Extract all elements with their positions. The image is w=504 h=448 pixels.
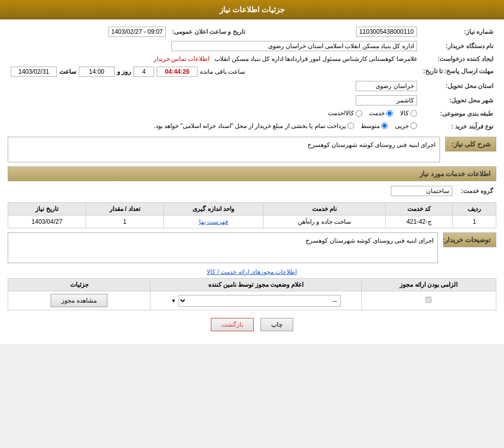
table-row: 1 ج-42-421 ساخت جاده و راه‌آهن فهرست بها… xyxy=(8,216,496,228)
rooz-value: 4 xyxy=(134,67,154,77)
sharh-section: شرح کلی نیاز: اجرای ابنیه فنی روستای کوش… xyxy=(8,137,496,162)
tozihat-value: اجرای ابنیه فنی روستای کوشه شهرستان کوهس… xyxy=(8,232,438,263)
ijadKonande-value: غلامرضا کوهستانی کارشناس مسئول امور قرار… xyxy=(8,53,420,65)
shahrTahvil-label: شهر محل تحویل: xyxy=(420,93,496,108)
shahrTahvil-value: کاشمر xyxy=(8,93,420,108)
khadamat-header: اطلاعات خدمات مورد نیاز xyxy=(8,166,496,181)
tozihat-label: توضیحات خریدار: xyxy=(443,232,496,247)
chevron-down-icon: ▼ xyxy=(171,298,176,304)
shahrTahvil-box: کاشمر xyxy=(356,95,417,105)
noe-esnad-radio[interactable] xyxy=(347,122,354,129)
namDastgah-box: اداره کل بنیاد مسکن انقلاب اسلامی استان … xyxy=(171,41,417,51)
page-header: جزئیات اطلاعات نیاز xyxy=(0,0,504,19)
services-table: ردیف کد خدمت نام خدمت واحد اندازه گیری ت… xyxy=(8,202,496,228)
ijadKonande-link[interactable]: اطلاعات تماس خریدار xyxy=(154,55,210,62)
button-row: چاپ بازگشت xyxy=(8,318,496,331)
row-nam: ساخت جاده و راه‌آهن xyxy=(264,216,386,228)
mohlatErsal-label: مهلت ارسال پاسخ: تا تاریخ: xyxy=(420,65,496,79)
noeFarayand-value: جزیی متوسط پرداخت تمام یا بخشی از مبلغ خ… xyxy=(8,120,420,133)
tarikh-date: 1403/02/31 xyxy=(11,67,57,77)
tarikh-public-box: 1403/02/27 - 09:07 xyxy=(108,27,166,37)
tabaqebandi-khedmat[interactable]: خدمت xyxy=(369,110,393,117)
ostanTahvil-value: خراسان رضوی xyxy=(8,79,420,93)
grohe-value: ساختمان xyxy=(8,184,455,198)
noeFarayand-label: نوع فرآیند خرید : xyxy=(420,120,496,133)
shomareNiaz-value: 1103005438000110 xyxy=(251,25,420,39)
noe-esnad[interactable]: پرداخت تمام یا بخشی از مبلغ خریدار از مح… xyxy=(154,122,354,130)
permits-elzami-checkbox xyxy=(425,296,432,303)
tabaqebandi-kalakhedmat-radio[interactable] xyxy=(356,110,362,117)
row-tedad: 1 xyxy=(86,216,164,228)
permits-status: -- ▼ xyxy=(150,291,362,310)
back-button[interactable]: بازگشت xyxy=(211,318,254,331)
shomareNiaz-label: شماره نیاز: xyxy=(420,25,496,39)
tabaqebandi-value: کالا خدمت کالا/خدمت xyxy=(8,108,420,120)
noe-motavasset[interactable]: متوسط xyxy=(361,122,388,130)
permits-detail: مشاهده مجوز xyxy=(8,291,150,310)
countdown-value: 04:44:26 xyxy=(157,67,198,77)
permits-table: الزامی بودن ارائه مجوز اعلام وضعیت مجوز … xyxy=(8,278,496,310)
tabaqebandi-khedmat-radio[interactable] xyxy=(386,110,393,117)
permits-elzami xyxy=(361,291,496,310)
print-button[interactable]: چاپ xyxy=(260,318,293,331)
noe-jozii[interactable]: جزیی xyxy=(395,122,417,130)
tabaqebandi-label: طبقه بندی موضوعی: xyxy=(420,108,496,120)
namDastgah-label: نام دستگاه خریدار: xyxy=(420,39,496,53)
remaining-label: ساعت باقی مانده xyxy=(200,68,245,75)
shomareNiaz-box: 1103005438000110 xyxy=(356,27,417,37)
view-permit-button[interactable]: مشاهده مجوز xyxy=(51,294,107,307)
row-kod: ج-42-421 xyxy=(386,216,453,228)
tarikh-public-value: 1403/02/27 - 09:07 xyxy=(8,25,169,39)
tarikh-public-label: تاریخ و ساعت اعلان عمومی: xyxy=(169,25,251,39)
col-kod: کد خدمت xyxy=(386,203,453,216)
mohlatErsal-value: 1403/02/31 ساعت 14:00 روز و 4 04:44:26 س… xyxy=(8,65,420,79)
sharh-description: اجرای ابنیه فنی روستای کوشه شهرستان کوهس… xyxy=(8,137,440,162)
permits-status-select[interactable]: -- xyxy=(179,295,340,307)
permits-section: اطلاعات مجوزهای ارائه خدمت / کالا الزامی… xyxy=(8,268,496,310)
row-tarikh: 1403/04/27 xyxy=(8,216,86,228)
grohe-box: ساختمان xyxy=(391,186,452,196)
permits-col-elzami: الزامی بودن ارائه مجوز xyxy=(361,279,496,291)
noe-motavasset-radio[interactable] xyxy=(381,122,388,129)
saat-label: ساعت xyxy=(59,68,76,75)
row-vahed-link[interactable]: فهرست بها xyxy=(199,218,228,225)
rooz-label: روز و xyxy=(117,68,131,75)
saat-value: 14:00 xyxy=(79,67,115,77)
tabaqebandi-kala-khedmat[interactable]: کالا/خدمت xyxy=(328,110,362,117)
col-radif: ردیف xyxy=(453,203,496,216)
ijadKonande-name: غلامرضا کوهستانی کارشناس مسئول امور قرار… xyxy=(214,55,417,62)
col-vahed: واحد اندازه گیری xyxy=(164,203,264,216)
row-vahed: فهرست بها xyxy=(164,216,264,228)
row-radif: 1 xyxy=(453,216,496,228)
page-title: جزئیات اطلاعات نیاز xyxy=(220,5,284,14)
ostanTahvil-label: استان محل تحویل: xyxy=(420,79,496,93)
noe-esnad-label: پرداخت تمام یا بخشی از مبلغ خریدار از مح… xyxy=(154,122,346,130)
sharh-header: شرح کلی نیاز: xyxy=(445,137,496,152)
col-tarikh: تاریخ نیاز xyxy=(8,203,86,216)
permits-col-detail: جزئیات xyxy=(8,279,150,291)
permits-row: -- ▼ مشاهده مجوز xyxy=(8,291,496,310)
tozihat-section: توضیحات خریدار: اجرای ابنیه فنی روستای ک… xyxy=(8,232,496,263)
tabaqebandi-kala-radio[interactable] xyxy=(410,110,417,117)
col-nam: نام خدمت xyxy=(264,203,386,216)
col-tedad: تعداد / مقدار xyxy=(86,203,164,216)
namDastgah-value: اداره کل بنیاد مسکن انقلاب اسلامی استان … xyxy=(8,39,420,53)
noe-jozii-radio[interactable] xyxy=(410,122,417,129)
ijadKonande-label: ایجاد کننده درخواست: xyxy=(420,53,496,65)
info-section: شماره نیاز: 1103005438000110 تاریخ و ساع… xyxy=(8,25,496,133)
ostanTahvil-box: خراسان رضوی xyxy=(356,81,417,91)
grohe-khedmat-row: گروه خدمت: ساختمان xyxy=(8,184,496,198)
grohe-label: گروه خدمت: xyxy=(455,184,496,198)
permits-link[interactable]: اطلاعات مجوزهای ارائه خدمت / کالا xyxy=(8,268,496,275)
tabaqebandi-kala[interactable]: کالا xyxy=(400,110,417,117)
permits-col-status: اعلام وضعیت مجوز توسط نامین کننده xyxy=(150,279,362,291)
